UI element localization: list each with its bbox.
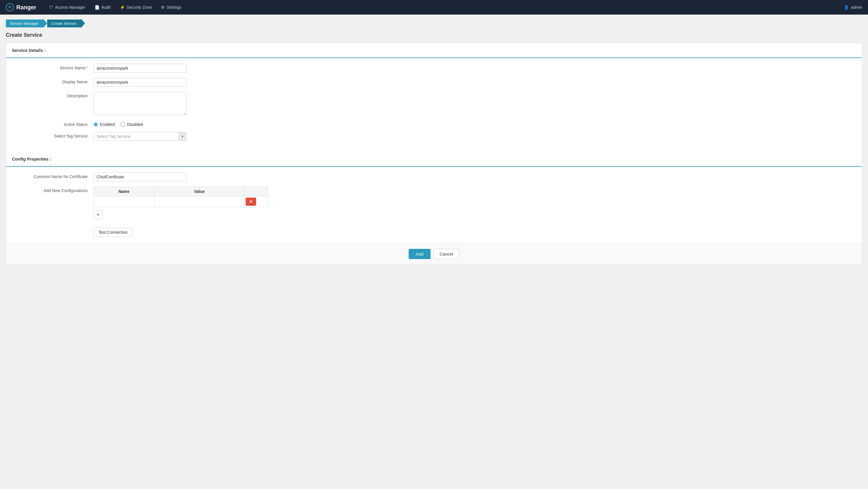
form-footer: Add Cancel bbox=[6, 243, 862, 265]
test-connection-wrapper: Test Connection bbox=[12, 225, 856, 237]
description-input[interactable] bbox=[93, 92, 187, 115]
brand-icon: R bbox=[6, 3, 14, 11]
config-value-cell bbox=[155, 196, 245, 207]
nav-access-manager-label: Access Manager bbox=[55, 5, 85, 10]
config-table-header-row: Name Value bbox=[94, 187, 268, 196]
tag-service-select-wrapper: Select Tag Service ▼ bbox=[93, 132, 187, 141]
add-new-config-row: Add New Configurations Name Value bbox=[12, 186, 856, 220]
cancel-button[interactable]: Cancel bbox=[433, 249, 459, 259]
tag-service-label: Select Tag Service bbox=[12, 132, 93, 138]
config-properties-header: Config Properties : bbox=[6, 152, 862, 167]
common-name-label: Common Name for Certificate bbox=[12, 173, 93, 179]
service-name-input[interactable] bbox=[93, 64, 187, 73]
action-col-header bbox=[245, 187, 268, 196]
disabled-radio-label[interactable]: Disabled bbox=[121, 122, 143, 127]
config-table: Name Value bbox=[93, 186, 268, 207]
config-properties-body: Common Name for Certificate Add New Conf… bbox=[6, 167, 862, 243]
breadcrumb-arrow-1 bbox=[43, 19, 47, 28]
nav-settings-label: Settings bbox=[166, 5, 181, 10]
active-status-group: Enabled Disabled bbox=[93, 120, 143, 127]
breadcrumb-service-manager[interactable]: Service Manager bbox=[6, 20, 43, 27]
add-row-button[interactable]: + bbox=[93, 210, 103, 220]
description-label: Description bbox=[12, 92, 93, 98]
active-status-label: Active Status bbox=[12, 120, 93, 127]
display-name-input[interactable] bbox=[93, 78, 187, 87]
display-name-label: Display Name bbox=[12, 78, 93, 84]
active-status-row: Active Status Enabled Disabled bbox=[12, 120, 856, 127]
admin-label: admin bbox=[851, 5, 862, 10]
tag-service-select[interactable]: Select Tag Service bbox=[93, 132, 187, 141]
audit-icon: 📄 bbox=[95, 5, 99, 10]
description-row: Description bbox=[12, 92, 856, 115]
breadcrumb: Service Manager Create Service bbox=[0, 15, 868, 31]
nav-items: 🛡 Access Manager 📄 Audit ⚡ Security Zone… bbox=[45, 3, 844, 12]
add-button[interactable]: Add bbox=[409, 249, 431, 259]
value-col-header: Value bbox=[155, 187, 245, 196]
breadcrumb-arrow-2 bbox=[81, 19, 85, 28]
brand-name: Ranger bbox=[16, 4, 36, 11]
remove-row-button[interactable]: ✕ bbox=[246, 198, 256, 206]
brand-logo[interactable]: R Ranger bbox=[6, 3, 36, 11]
common-name-row: Common Name for Certificate bbox=[12, 173, 856, 181]
config-table-wrapper: Name Value bbox=[93, 186, 268, 220]
test-connection-button[interactable]: Test Connection bbox=[93, 228, 132, 237]
shield-icon: 🛡 bbox=[49, 5, 53, 10]
disabled-label: Disabled bbox=[127, 122, 143, 127]
nav-security-zone-label: Security Zone bbox=[127, 5, 152, 10]
nav-security-zone[interactable]: ⚡ Security Zone bbox=[116, 3, 156, 12]
disabled-radio[interactable] bbox=[121, 122, 125, 127]
add-new-config-label: Add New Configurations bbox=[12, 186, 93, 193]
service-details-body: Service Name* Display Name Description A… bbox=[6, 58, 862, 152]
nav-access-manager[interactable]: 🛡 Access Manager bbox=[45, 3, 89, 12]
name-col-header: Name bbox=[94, 187, 155, 196]
config-action-cell: ✕ bbox=[245, 196, 268, 207]
enabled-radio-label[interactable]: Enabled bbox=[93, 122, 115, 127]
tag-service-row: Select Tag Service Select Tag Service ▼ bbox=[12, 132, 856, 141]
main-content: Service Details : Service Name* Display … bbox=[6, 43, 862, 265]
admin-icon: 👤 bbox=[844, 5, 849, 10]
table-row: ✕ bbox=[94, 196, 268, 207]
required-indicator: * bbox=[86, 65, 88, 70]
common-name-input[interactable] bbox=[93, 173, 187, 181]
service-name-row: Service Name* bbox=[12, 64, 856, 73]
breadcrumb-create-service[interactable]: Create Service bbox=[47, 20, 81, 27]
nav-audit-label: Audit bbox=[101, 5, 111, 10]
config-name-cell bbox=[94, 196, 155, 207]
config-value-input[interactable] bbox=[156, 198, 243, 205]
service-details-header: Service Details : bbox=[6, 43, 862, 58]
admin-menu[interactable]: 👤 admin bbox=[844, 5, 862, 10]
security-zone-icon: ⚡ bbox=[120, 5, 125, 10]
navbar: R Ranger 🛡 Access Manager 📄 Audit ⚡ Secu… bbox=[0, 0, 868, 15]
page-title: Create Service bbox=[0, 31, 868, 43]
nav-settings[interactable]: ⚙ Settings bbox=[157, 3, 185, 12]
nav-audit[interactable]: 📄 Audit bbox=[91, 3, 115, 12]
display-name-row: Display Name bbox=[12, 78, 856, 87]
settings-icon: ⚙ bbox=[161, 5, 165, 10]
enabled-radio[interactable] bbox=[93, 122, 98, 127]
config-name-input[interactable] bbox=[95, 198, 153, 205]
enabled-label: Enabled bbox=[100, 122, 115, 127]
service-name-label: Service Name* bbox=[12, 64, 93, 70]
